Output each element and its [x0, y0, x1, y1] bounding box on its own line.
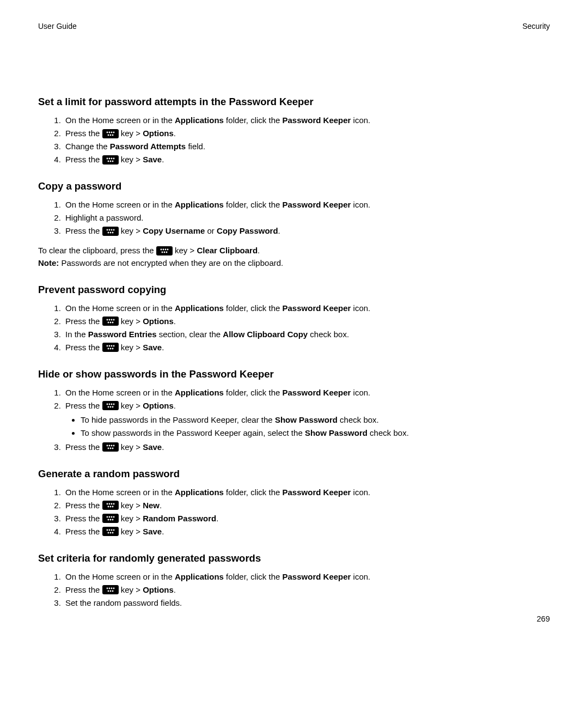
- menu-key-icon: [102, 129, 119, 138]
- menu-key-icon: [156, 246, 173, 255]
- list-item: Press the key > Save.: [63, 441, 550, 454]
- menu-key-icon: [102, 442, 119, 452]
- list-item: Press the key > Save.: [63, 153, 550, 166]
- list-hide-show: On the Home screen or in the Application…: [38, 386, 550, 454]
- heading-set-limit: Set a limit for password attempts in the…: [38, 96, 550, 108]
- list-generate-random: On the Home screen or in the Application…: [38, 486, 550, 538]
- page-header: User Guide Security: [38, 22, 550, 31]
- heading-generate-random: Generate a random password: [38, 468, 550, 480]
- list-item: Highlight a password.: [63, 211, 550, 224]
- menu-key-icon: [102, 501, 119, 510]
- list-item: Change the Password Attempts field.: [63, 140, 550, 153]
- list-copy-password: On the Home screen or in the Application…: [38, 198, 550, 238]
- list-item: Press the key > Random Password.: [63, 512, 550, 525]
- list-item: On the Home screen or in the Application…: [63, 486, 550, 499]
- menu-key-icon: [102, 155, 119, 165]
- list-set-limit: On the Home screen or in the Application…: [38, 114, 550, 166]
- menu-key-icon: [102, 227, 119, 236]
- list-item: On the Home screen or in the Application…: [63, 114, 550, 127]
- list-item: Press the key > New.: [63, 499, 550, 512]
- list-item: Press the key > Copy Username or Copy Pa…: [63, 224, 550, 238]
- menu-key-icon: [102, 514, 119, 523]
- sublist-item: To hide passwords in the Password Keeper…: [81, 413, 550, 427]
- menu-key-icon: [102, 401, 119, 410]
- sublist-item: To show passwords in the Password Keeper…: [81, 427, 550, 440]
- heading-hide-show: Hide or show passwords in the Password K…: [38, 368, 550, 380]
- list-prevent-copying: On the Home screen or in the Application…: [38, 302, 550, 354]
- menu-key-icon: [102, 317, 119, 326]
- list-item: Press the key > Options.: [63, 583, 550, 597]
- list-item: On the Home screen or in the Application…: [63, 386, 550, 399]
- list-item: Press the key > Options.: [63, 315, 550, 328]
- menu-key-icon: [102, 585, 119, 594]
- sublist: To hide passwords in the Password Keeper…: [65, 413, 550, 440]
- list-item: On the Home screen or in the Application…: [63, 570, 550, 583]
- list-set-criteria: On the Home screen or in the Application…: [38, 570, 550, 610]
- list-item: Press the key > Save.: [63, 341, 550, 354]
- menu-key-icon: [102, 343, 119, 352]
- list-item: Set the random password fields.: [63, 597, 550, 610]
- list-item: On the Home screen or in the Application…: [63, 302, 550, 315]
- list-item: Press the key > Save.: [63, 525, 550, 538]
- menu-key-icon: [102, 527, 119, 536]
- heading-prevent-copying: Prevent password copying: [38, 284, 550, 296]
- heading-set-criteria: Set criteria for randomly generated pass…: [38, 552, 550, 564]
- list-item: Press the key > Options. To hide passwor…: [63, 399, 550, 440]
- header-right: Security: [522, 22, 550, 31]
- list-item: On the Home screen or in the Application…: [63, 198, 550, 211]
- clipboard-clear-text: To clear the clipboard, press the key > …: [38, 244, 550, 257]
- list-item: Press the key > Options.: [63, 127, 550, 140]
- list-item: In the Password Entries section, clear t…: [63, 328, 550, 341]
- header-left: User Guide: [38, 22, 77, 31]
- heading-copy-password: Copy a password: [38, 180, 550, 192]
- note-text: Note: Passwords are not encrypted when t…: [38, 257, 550, 269]
- page-number: 269: [537, 614, 550, 623]
